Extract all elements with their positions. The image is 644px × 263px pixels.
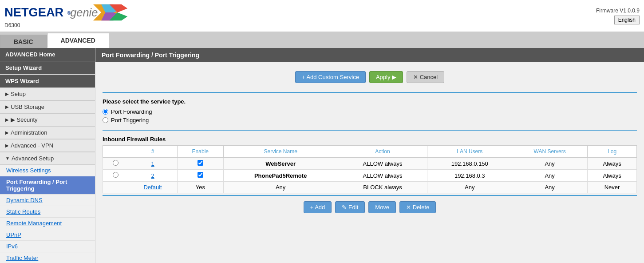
col-radio: [103, 146, 128, 158]
port-triggering-radio[interactable]: [103, 117, 108, 123]
page-title: Port Forwarding / Port Triggering: [102, 52, 199, 59]
sidebar-vpn-header[interactable]: ▶ Advanced - VPN: [0, 139, 95, 152]
sidebar-admin-label: Administration: [11, 129, 47, 136]
rules-table: # Enable Service Name Action LAN Users W…: [103, 145, 637, 193]
advanced-setup-arrow-icon: ▼: [5, 156, 10, 161]
sidebar-item-traffic-meter[interactable]: Traffic Meter: [0, 252, 95, 263]
sidebar: ADVANCED Home Setup Wizard WPS Wizard ▶ …: [0, 48, 95, 263]
language-button[interactable]: English: [614, 16, 640, 24]
default-lan: Any: [427, 182, 512, 193]
move-button[interactable]: Move: [368, 201, 396, 213]
sidebar-wps-wizard[interactable]: WPS Wizard: [0, 75, 95, 88]
service-type-section: Please select the service type. Port For…: [103, 98, 637, 124]
sidebar-section-security: ▶ ▶ Security: [0, 114, 95, 127]
row2-radio-cell: [103, 170, 128, 182]
svg-text:NETGEAR: NETGEAR: [4, 5, 64, 19]
row2-enable: [178, 170, 224, 182]
sidebar-item-ipv6[interactable]: IPv6: [0, 241, 95, 252]
model-label: D6300: [4, 22, 134, 28]
firmware-area: Firmware V1.0.0.9 English: [596, 8, 640, 24]
divider-middle: [103, 130, 637, 131]
row1-enable: [178, 158, 224, 170]
sidebar-item-remote-mgmt[interactable]: Remote Management: [0, 218, 95, 229]
firewall-rules-heading: Inbound Firewall Rules: [103, 136, 637, 143]
advanced-setup-submenu: Wireless Settings Port Forwarding / Port…: [0, 165, 95, 263]
table-header-row: # Enable Service Name Action LAN Users W…: [103, 146, 637, 158]
table-row: 2 PhonePad5Remote ALLOW always 192.168.0…: [103, 170, 637, 182]
sidebar-advanced-setup-header[interactable]: ▼ Advanced Setup: [0, 152, 95, 165]
sidebar-section-setup: ▶ Setup: [0, 88, 95, 101]
col-lan: LAN Users: [427, 146, 512, 158]
default-link[interactable]: Default: [143, 184, 162, 191]
table-row: 1 WebServer ALLOW always 192.168.0.150 A…: [103, 158, 637, 170]
row1-lan: 192.168.0.150: [427, 158, 512, 170]
col-wan: WAN Servers: [512, 146, 588, 158]
content-inner: + Add Custom Service Apply ▶ ✕ Cancel Pl…: [95, 62, 644, 219]
row1-checkbox[interactable]: [198, 160, 203, 166]
row1-wan: Any: [512, 158, 588, 170]
col-log: Log: [588, 146, 637, 158]
add-custom-service-button[interactable]: + Add Custom Service: [295, 71, 366, 83]
sidebar-security-header[interactable]: ▶ ▶ Security: [0, 114, 95, 126]
tab-bar: BASIC ADVANCED: [0, 32, 644, 48]
delete-button[interactable]: ✕ Delete: [399, 201, 436, 213]
port-triggering-label: Port Triggering: [111, 117, 149, 124]
row2-log: Always: [588, 170, 637, 182]
sidebar-section-vpn: ▶ Advanced - VPN: [0, 139, 95, 152]
main-layout: ADVANCED Home Setup Wizard WPS Wizard ▶ …: [0, 48, 644, 263]
sidebar-item-static-routes[interactable]: Static Routes: [0, 206, 95, 218]
row2-lan: 192.168.0.3: [427, 170, 512, 182]
row2-service: PhonePad5Remote: [223, 170, 338, 182]
usb-arrow-icon: ▶: [5, 104, 9, 109]
sidebar-advanced-home[interactable]: ADVANCED Home: [0, 48, 95, 61]
sidebar-item-upnp[interactable]: UPnP: [0, 229, 95, 241]
sidebar-item-wireless[interactable]: Wireless Settings: [0, 165, 95, 176]
default-service: Any: [223, 182, 338, 193]
add-button[interactable]: + Add: [304, 201, 332, 213]
tab-basic[interactable]: BASIC: [0, 35, 47, 48]
sidebar-setup-label: Setup: [11, 91, 26, 97]
edit-button[interactable]: ✎ Edit: [335, 201, 365, 213]
cancel-button[interactable]: ✕ Cancel: [407, 71, 444, 83]
sidebar-item-port-forwarding[interactable]: Port Forwarding / Port Triggering: [0, 176, 95, 195]
row1-num: 1: [128, 158, 178, 170]
row1-radio-cell: [103, 158, 128, 170]
divider-bottom: [103, 195, 637, 196]
row1-action: ALLOW always: [338, 158, 427, 170]
tab-advanced[interactable]: ADVANCED: [47, 33, 109, 48]
apply-button[interactable]: Apply ▶: [369, 71, 403, 83]
sidebar-advanced-setup-label: Advanced Setup: [12, 155, 54, 162]
row2-radio[interactable]: [113, 172, 119, 178]
divider-top: [103, 92, 637, 93]
sidebar-setup-wizard[interactable]: Setup Wizard: [0, 61, 95, 74]
logo-area: NETGEAR ® genie D6300: [4, 4, 134, 28]
row2-link[interactable]: 2: [151, 172, 154, 179]
sidebar-security-label: ▶ Security: [11, 116, 38, 123]
sidebar-section-advanced-setup: ▼ Advanced Setup Wireless Settings Port …: [0, 152, 95, 263]
toolbar: + Add Custom Service Apply ▶ ✕ Cancel: [103, 68, 637, 87]
row1-log: Always: [588, 158, 637, 170]
sidebar-usb-header[interactable]: ▶ USB Storage: [0, 101, 95, 113]
row2-action: ALLOW always: [338, 170, 427, 182]
sidebar-item-dynamic-dns[interactable]: Dynamic DNS: [0, 195, 95, 206]
col-num: #: [128, 146, 178, 158]
page-title-bar: Port Forwarding / Port Triggering: [95, 48, 644, 62]
row1-radio[interactable]: [113, 160, 119, 166]
setup-arrow-icon: ▶: [5, 92, 9, 96]
admin-arrow-icon: ▶: [5, 130, 9, 135]
row1-link[interactable]: 1: [151, 160, 154, 167]
logo: NETGEAR ® genie: [4, 4, 134, 21]
default-enable: Yes: [178, 182, 224, 193]
content-area: Port Forwarding / Port Triggering + Add …: [95, 48, 644, 263]
service-type-label: Please select the service type.: [103, 98, 637, 105]
firmware-label: Firmware V1.0.0.9: [596, 8, 640, 14]
sidebar-setup-header[interactable]: ▶ Setup: [0, 88, 95, 100]
vpn-arrow-icon: ▶: [5, 143, 9, 148]
header: NETGEAR ® genie D6300 Firmware V1.0.0.9 …: [0, 0, 644, 32]
port-forwarding-radio[interactable]: [103, 109, 108, 115]
row2-checkbox[interactable]: [198, 172, 203, 178]
sidebar-admin-header[interactable]: ▶ Administration: [0, 127, 95, 139]
netgear-logo: NETGEAR ® genie: [4, 4, 134, 21]
sidebar-section-usb: ▶ USB Storage: [0, 101, 95, 114]
security-arrow-icon: ▶: [5, 117, 9, 122]
